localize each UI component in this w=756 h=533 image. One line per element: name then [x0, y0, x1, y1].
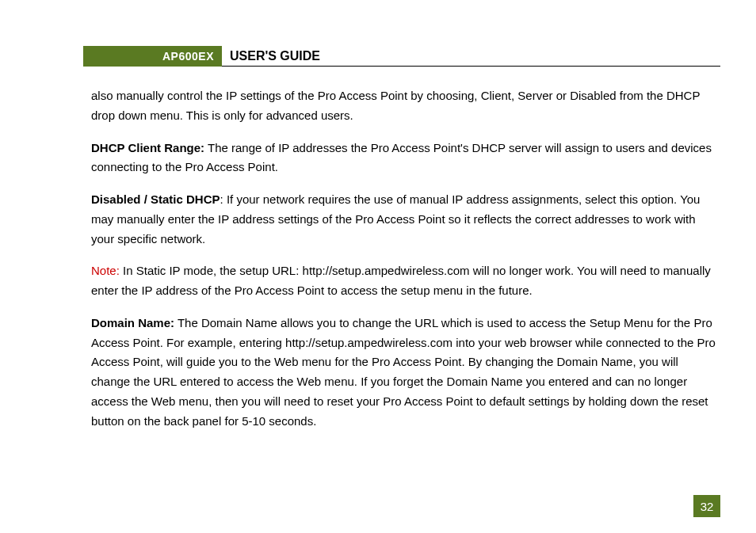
paragraph-domain-name: Domain Name: The Domain Name allows you … — [91, 314, 720, 432]
product-badge: AP600EX — [83, 46, 222, 67]
note-label: Note: — [91, 264, 120, 277]
domain-name-text: The Domain Name allows you to change the… — [91, 316, 716, 428]
document-body: also manually control the IP settings of… — [91, 86, 720, 431]
static-dhcp-label: Disabled / Static DHCP — [91, 192, 220, 206]
page-header: AP600EX USER'S GUIDE — [83, 46, 720, 67]
page-number-badge: 32 — [693, 495, 720, 517]
paragraph-dhcp-range: DHCP Client Range: The range of IP addre… — [91, 139, 720, 178]
dhcp-range-label: DHCP Client Range: — [91, 141, 204, 154]
guide-title-text: USER'S GUIDE — [230, 49, 320, 63]
paragraph-intro: also manually control the IP settings of… — [91, 86, 720, 126]
paragraph-static-dhcp: Disabled / Static DHCP: If your network … — [91, 190, 720, 249]
page-number-value: 32 — [701, 500, 714, 513]
domain-name-label: Domain Name: — [91, 316, 174, 329]
paragraph-note: Note: In Static IP mode, the setup URL: … — [91, 261, 720, 301]
guide-title: USER'S GUIDE — [222, 46, 720, 67]
note-text: In Static IP mode, the setup URL: http:/… — [91, 264, 711, 297]
product-code: AP600EX — [162, 50, 214, 63]
intro-text: also manually control the IP settings of… — [91, 89, 700, 122]
